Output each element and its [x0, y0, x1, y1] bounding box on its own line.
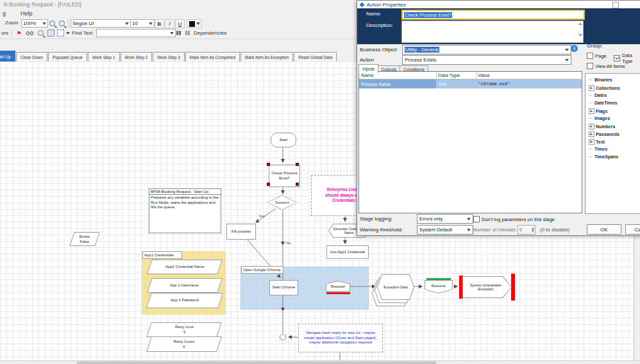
tree-item-times[interactable]: Times	[589, 147, 607, 151]
expand-icon[interactable]	[589, 85, 594, 91]
zoom-select[interactable]: 100%	[21, 19, 48, 28]
tab-populate-queue[interactable]: Populate Queue	[48, 52, 87, 62]
expand-icon[interactable]	[589, 108, 594, 114]
column-header-value[interactable]: Value	[476, 72, 580, 79]
tab-work-step-3[interactable]: Work Step 3	[153, 52, 185, 62]
stage-get-app1-credential[interactable]: Get App1 Credential	[326, 245, 369, 259]
scrollbar-thumb[interactable]	[77, 361, 436, 364]
checkbox-icon[interactable]	[473, 216, 480, 222]
tab-start-up[interactable]: Start Up	[0, 51, 15, 62]
data-app1-username[interactable]: App 1 Username	[147, 278, 222, 293]
navigate-note[interactable]: Navigate back ready for step 1d - maybe …	[298, 324, 383, 352]
stage-logging-select[interactable]: Errors only	[417, 214, 473, 224]
find-text-input[interactable]	[96, 29, 176, 37]
selection-handle[interactable]	[296, 183, 299, 186]
tree-item-datetimes[interactable]: DateTimes	[589, 101, 617, 105]
tab-close-down[interactable]: Close Down	[16, 52, 47, 62]
selection-handle[interactable]	[267, 183, 270, 186]
table-row[interactable]: Process Name Text "chrome.exe"	[359, 79, 582, 88]
tree-item-images[interactable]: Images	[589, 116, 610, 120]
name-input[interactable]: Check Process Exist?	[401, 10, 585, 20]
stage-resume[interactable]: Resume	[425, 280, 453, 294]
menu-item-partial[interactable]: g	[3, 10, 6, 17]
tree-item-collections[interactable]: Collections	[589, 85, 620, 91]
tree-item-numbers[interactable]: Numbers	[589, 124, 615, 129]
stage-start-chrome[interactable]: Start Chrome	[269, 280, 298, 295]
chrome-group-label[interactable]: Open Google Chrome	[241, 266, 283, 274]
column-divider[interactable]	[436, 72, 437, 79]
tab-inputs[interactable]: Inputs	[358, 64, 378, 73]
scroll-up-icon[interactable]	[578, 22, 582, 25]
selection-box-icon[interactable]	[57, 29, 64, 37]
stage-recover[interactable]: Recover	[326, 281, 350, 292]
binoculars-icon[interactable]	[175, 29, 182, 37]
checkbox-icon[interactable]	[587, 53, 593, 59]
tab-mark-completed[interactable]: Mark Item As Completed	[185, 52, 240, 62]
tab-work-step-2[interactable]: Work Step 2	[121, 52, 153, 62]
tree-item-timespans[interactable]: TimeSpans	[589, 154, 618, 159]
selection-handle[interactable]	[296, 163, 299, 166]
data-retry-limit[interactable]: Retry Limit3	[146, 322, 221, 337]
dont-log-checkbox[interactable]: Don't log parameters on this stage	[473, 216, 555, 222]
menu-item-help[interactable]: Help	[21, 10, 33, 17]
view-all-items-checkbox[interactable]: View All Items	[587, 63, 625, 69]
horizontal-scrollbar[interactable]	[0, 360, 640, 364]
glasses-icon[interactable]	[26, 29, 33, 37]
checkbox-checked-icon[interactable]	[614, 55, 620, 62]
zoom-in-icon[interactable]	[49, 20, 56, 27]
stage-system-unavailable-exception[interactable]: System Unavailable Exception	[459, 274, 516, 301]
stage-exception-data[interactable]: Exception Data	[377, 274, 414, 300]
tree-item-binaries[interactable]: Binaries	[589, 78, 612, 82]
expand-icon[interactable]	[589, 139, 594, 145]
data-retry-count[interactable]: Retry Count0	[146, 336, 222, 352]
page-checkbox[interactable]: Page	[587, 53, 607, 59]
info-icon[interactable]: i	[571, 45, 578, 52]
font-size-select[interactable]: 10	[130, 19, 155, 28]
search-page-icon[interactable]	[37, 29, 44, 37]
zoom-out-icon[interactable]	[58, 20, 65, 27]
data-item-tree[interactable]: Binaries Collections Dates DateTimes Fla…	[585, 73, 640, 214]
bold-button[interactable]: B	[155, 19, 164, 28]
tab-reset-global-data[interactable]: Reset Global Data	[294, 52, 337, 62]
maximize-icon[interactable]	[612, 2, 619, 8]
font-select[interactable]: Segoe UI	[71, 19, 131, 28]
expand-icon[interactable]	[589, 131, 594, 137]
stage-exists-false[interactable]: ExistsFalse	[69, 232, 99, 246]
description-input[interactable]	[401, 21, 584, 43]
dialog-title-bar[interactable]: Action Properties	[357, 1, 640, 8]
data-app1-credential-name[interactable]: App1 Credential Name	[147, 260, 222, 274]
app1-group-label[interactable]: App1 Credentials	[142, 251, 182, 259]
startup-note[interactable]: BP08-Booking Request - Start Up Prepares…	[149, 188, 221, 233]
cell-name[interactable]: Process Name	[359, 79, 436, 88]
font-color-button[interactable]	[187, 19, 202, 28]
stage-decision[interactable]: Decision1	[267, 195, 297, 210]
underline-button[interactable]: U	[175, 19, 185, 28]
tree-item-dates[interactable]: Dates	[589, 93, 607, 97]
data-app1-password[interactable]: App 1 Password	[146, 293, 223, 308]
action-select[interactable]: Process Exists	[402, 55, 571, 65]
scroll-down-icon[interactable]	[578, 34, 582, 37]
tab-mark-exception[interactable]: Mark Item As Exception	[240, 52, 293, 62]
stage-start[interactable]: Start	[271, 133, 296, 147]
tree-item-flags[interactable]: Flags	[589, 108, 607, 114]
column-divider[interactable]	[476, 72, 476, 79]
chevron-down-icon[interactable]	[66, 32, 70, 35]
tree-item-text[interactable]: Text	[589, 139, 605, 145]
dependencies-icon[interactable]	[184, 29, 191, 37]
grid-view-icon[interactable]	[47, 29, 55, 37]
cell-value[interactable]: "chrome.exe"	[476, 79, 582, 88]
tab-work-step-1[interactable]: Work Step 1	[88, 52, 120, 62]
tree-item-passwords[interactable]: Passwords	[589, 131, 619, 137]
checkbox-icon[interactable]	[587, 63, 593, 69]
cell-data-type[interactable]: Text	[436, 79, 476, 88]
stage-kill-process[interactable]: Kill process	[226, 224, 256, 240]
italic-button[interactable]: I	[165, 19, 174, 28]
minutes-spinner[interactable]: 5	[518, 225, 535, 235]
cancel-button[interactable]: Cancel	[625, 224, 640, 235]
flag-icon[interactable]: ⚑	[15, 29, 22, 37]
inputs-table[interactable]: Name Data Type Value Process Name Text "…	[358, 71, 582, 213]
warning-threshold-select[interactable]: System Default	[417, 225, 473, 235]
dependencies-label[interactable]: Dependencies	[194, 30, 226, 36]
selection-handle[interactable]	[267, 163, 270, 166]
business-object-select[interactable]: Utility - General	[402, 45, 571, 54]
